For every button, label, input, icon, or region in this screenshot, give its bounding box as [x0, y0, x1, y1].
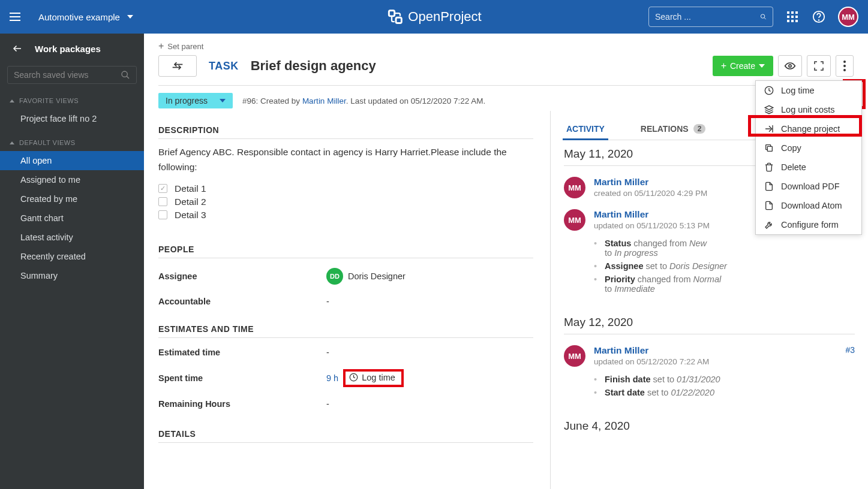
copy-icon — [764, 143, 774, 153]
svg-rect-12 — [795, 20, 798, 22]
checklist: ✓Detail 1 Detail 2 Detail 3 — [158, 183, 533, 221]
svg-point-20 — [789, 65, 791, 67]
search-icon — [121, 70, 130, 80]
global-search[interactable] — [648, 7, 773, 27]
favorite-views-header[interactable]: FAVORITE VIEWS — [0, 92, 144, 109]
spent-time-value[interactable]: 9 h — [326, 373, 338, 383]
svg-point-22 — [843, 65, 846, 67]
menu-item-download-atom[interactable]: Download Atom — [756, 196, 861, 215]
assignee-value[interactable]: DD Doris Designer — [326, 268, 406, 285]
sidebar-title: Work packages — [35, 44, 101, 54]
clock-icon — [764, 86, 774, 95]
sidebar-item-all-open[interactable]: All open — [0, 151, 144, 170]
trash-icon — [764, 162, 774, 172]
wp-title[interactable]: Brief design agency — [251, 58, 376, 74]
svg-rect-7 — [787, 16, 789, 18]
wp-type: TASK — [209, 60, 239, 73]
svg-rect-8 — [791, 16, 794, 18]
estimates-header: ESTIMATES AND TIME — [158, 324, 533, 338]
sidebar-search-input[interactable] — [14, 70, 121, 80]
project-name: Automotive example — [38, 12, 120, 22]
accountable-label: Accountable — [158, 297, 326, 306]
layers-icon — [764, 105, 774, 114]
description-text[interactable]: Brief Agency ABC. Responsible contact in… — [158, 145, 533, 175]
menu-item-log-unit-costs[interactable]: Log unit costs — [756, 100, 861, 119]
activity-date: May 12, 2020 — [564, 310, 855, 334]
activity-avatar: MM — [564, 209, 585, 231]
sidebar-item[interactable]: Latest activity — [0, 228, 144, 247]
svg-rect-9 — [795, 16, 798, 18]
help-icon[interactable] — [812, 10, 826, 24]
remaining-hours-value[interactable]: - — [326, 399, 329, 409]
sidebar: Work packages FAVORITE VIEWS Project fac… — [0, 34, 144, 489]
log-time-button[interactable]: Log time — [349, 373, 395, 382]
estimated-time-value[interactable]: - — [326, 348, 329, 357]
svg-line-3 — [764, 17, 766, 19]
file-icon — [764, 201, 774, 210]
watch-button[interactable] — [778, 55, 802, 77]
people-header: PEOPLE — [158, 244, 533, 258]
more-actions-button[interactable] — [836, 55, 854, 77]
svg-rect-0 — [389, 11, 394, 16]
menu-item-download-pdf[interactable]: Download PDF — [756, 177, 861, 196]
back-arrow-icon[interactable] — [12, 43, 23, 54]
back-button[interactable] — [158, 55, 197, 77]
svg-rect-1 — [396, 17, 401, 23]
sidebar-item[interactable]: Recently created — [0, 247, 144, 266]
create-button[interactable]: +Create — [713, 56, 773, 76]
default-views-header[interactable]: DEFAULT VIEWS — [0, 134, 144, 151]
clock-icon — [349, 373, 358, 382]
menu-item-copy[interactable]: Copy — [756, 138, 861, 158]
more-actions-menu: Log time Log unit costs Change project C… — [755, 80, 862, 235]
svg-point-21 — [843, 61, 846, 63]
search-input[interactable] — [655, 12, 760, 22]
app-logo: OpenProject — [386, 8, 481, 25]
fullscreen-button[interactable] — [807, 55, 831, 77]
user-avatar[interactable]: MM — [838, 7, 858, 27]
menu-item-change-project[interactable]: Change project — [756, 119, 861, 138]
details-header: DETAILS — [158, 429, 533, 443]
sidebar-item[interactable]: Summary — [0, 266, 144, 285]
file-icon — [764, 182, 774, 191]
svg-line-17 — [127, 76, 129, 79]
menu-item-delete[interactable]: Delete — [756, 158, 861, 177]
chevron-up-icon — [10, 141, 14, 144]
status-selector[interactable]: In progress — [158, 93, 233, 108]
sidebar-item[interactable]: Assigned to me — [0, 170, 144, 189]
activity-changes: Finish date set to 01/31/2020 Start date… — [564, 373, 855, 399]
sidebar-search[interactable] — [7, 66, 137, 84]
remaining-hours-label: Remaining Hours — [158, 399, 326, 409]
tab-activity[interactable]: ACTIVITY — [566, 118, 605, 140]
svg-point-16 — [122, 71, 127, 77]
activity-user-link[interactable]: Martin Miller — [594, 345, 709, 356]
modules-icon[interactable] — [785, 10, 800, 24]
menu-item-configure-form[interactable]: Configure form — [756, 215, 861, 234]
activity-changes: Status changed from New to In progress A… — [564, 237, 855, 295]
chevron-up-icon — [10, 99, 14, 102]
set-parent-button[interactable]: +Set parent — [158, 41, 854, 52]
tab-relations[interactable]: RELATIONS2 — [641, 118, 706, 140]
svg-rect-10 — [787, 20, 789, 22]
chevron-down-icon — [127, 15, 133, 19]
sidebar-item[interactable]: Created by me — [0, 189, 144, 209]
checkbox-icon[interactable] — [158, 210, 167, 219]
checkbox-icon[interactable] — [158, 197, 167, 206]
svg-rect-4 — [787, 11, 789, 14]
sidebar-item[interactable]: Project face lift no 2 — [0, 109, 144, 128]
author-link[interactable]: Martin Miller — [302, 96, 346, 105]
svg-rect-11 — [791, 20, 794, 22]
menu-item-log-time[interactable]: Log time — [756, 81, 861, 100]
hamburger-icon[interactable] — [10, 10, 24, 24]
assignee-label: Assignee — [158, 271, 326, 281]
activity-anchor-link[interactable]: #3 — [845, 345, 855, 367]
checkbox-icon[interactable]: ✓ — [158, 184, 167, 193]
content: +Set parent TASK Brief design agency +Cr… — [144, 34, 868, 489]
wrench-icon — [764, 220, 774, 230]
relations-count: 2 — [693, 124, 706, 134]
sidebar-item[interactable]: Gantt chart — [0, 209, 144, 228]
activity-avatar: MM — [564, 345, 585, 367]
svg-point-2 — [761, 14, 764, 18]
project-selector[interactable]: Automotive example — [38, 12, 133, 22]
accountable-value[interactable]: - — [326, 297, 329, 306]
svg-point-23 — [843, 69, 846, 71]
